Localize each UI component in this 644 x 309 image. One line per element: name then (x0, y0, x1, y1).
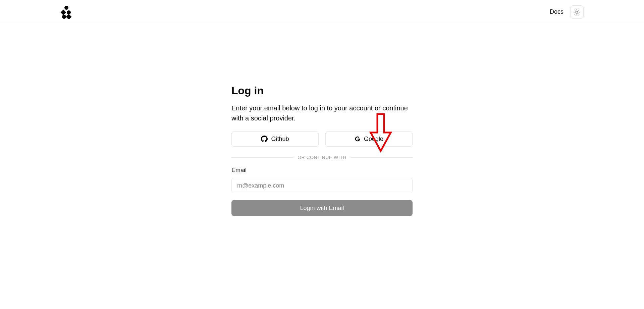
google-button[interactable]: Google (325, 131, 413, 147)
main: Log in Enter your email below to log in … (0, 24, 644, 216)
login-title: Log in (231, 85, 413, 97)
login-with-email-button[interactable]: Login with Email (231, 200, 413, 216)
divider-line (231, 157, 293, 158)
google-button-label: Google (364, 136, 383, 143)
login-subtitle: Enter your email below to log in to your… (231, 103, 413, 123)
svg-point-5 (576, 11, 578, 13)
svg-rect-4 (66, 14, 72, 18)
header-right: Docs (550, 5, 584, 19)
logo[interactable] (60, 5, 72, 19)
divider-line (351, 157, 413, 158)
github-icon (261, 136, 268, 142)
theme-toggle-button[interactable] (570, 5, 584, 19)
svg-line-13 (579, 10, 579, 10)
svg-line-12 (575, 14, 575, 14)
github-button[interactable]: Github (231, 131, 319, 147)
svg-point-2 (67, 10, 71, 14)
divider: OR CONTINUE WITH (231, 155, 413, 160)
email-label: Email (231, 167, 413, 174)
github-button-label: Github (271, 136, 289, 143)
social-buttons: Github Google (231, 131, 413, 147)
header: Docs (0, 0, 644, 24)
sun-icon (574, 9, 580, 15)
divider-text: OR CONTINUE WITH (298, 155, 346, 160)
google-icon (355, 136, 361, 142)
svg-point-0 (64, 6, 68, 10)
svg-rect-1 (61, 9, 66, 15)
docs-link[interactable]: Docs (550, 8, 564, 15)
svg-point-3 (62, 15, 66, 19)
email-field[interactable] (231, 178, 413, 193)
svg-line-9 (579, 14, 579, 14)
login-card: Log in Enter your email below to log in … (231, 85, 413, 216)
svg-line-8 (575, 10, 575, 10)
